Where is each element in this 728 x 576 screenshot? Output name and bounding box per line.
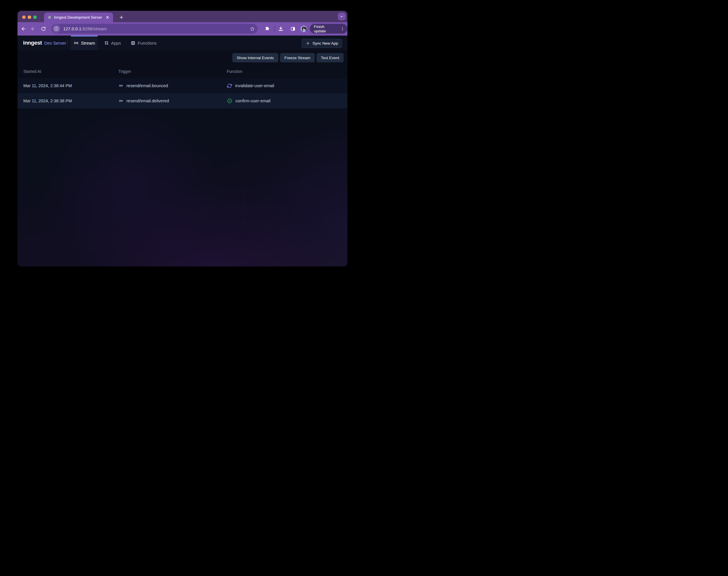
bookmark-star-icon[interactable] xyxy=(250,26,255,31)
window-controls xyxy=(22,16,37,19)
tab-apps[interactable]: Apps xyxy=(102,35,123,50)
minimize-window-button[interactable] xyxy=(28,16,31,19)
trigger-value: resend/email.bounced xyxy=(126,83,168,88)
side-panel-icon[interactable] xyxy=(290,26,295,31)
tab-search-chevron-button[interactable] xyxy=(338,12,346,21)
downloads-icon[interactable] xyxy=(278,26,284,32)
close-window-button[interactable] xyxy=(22,16,26,19)
brand: inngest Dev Server xyxy=(23,35,66,50)
tab-apps-label: Apps xyxy=(111,40,121,46)
event-trigger-icon xyxy=(118,98,123,104)
status-completed-icon xyxy=(227,98,233,104)
site-info-icon[interactable] xyxy=(53,25,60,33)
maximize-window-button[interactable] xyxy=(33,16,37,19)
inngest-favicon-icon xyxy=(48,16,51,19)
inngest-header: inngest Dev Server Stream Apps Functions… xyxy=(18,35,347,50)
stream-actions: Show Internal Events Freeze Stream Test … xyxy=(232,53,344,62)
tab-functions-label: Functions xyxy=(138,40,156,46)
url-host: 127.0.0.1 xyxy=(63,27,81,31)
forward-icon[interactable] xyxy=(29,26,35,32)
tab-functions[interactable]: Functions xyxy=(129,35,158,50)
nav-divider xyxy=(67,39,68,47)
extensions-icon[interactable] xyxy=(265,26,270,31)
plus-icon xyxy=(306,41,310,46)
finish-update-label: Finish update xyxy=(314,25,338,33)
test-event-button[interactable]: Test Event xyxy=(317,53,344,62)
stream-icon xyxy=(74,40,79,46)
back-icon[interactable] xyxy=(21,26,26,32)
new-tab-button[interactable] xyxy=(118,14,125,21)
sync-new-app-button[interactable]: Sync New App xyxy=(302,39,342,48)
dev-server-label: Dev Server xyxy=(44,40,66,46)
freeze-stream-button[interactable]: Freeze Stream xyxy=(280,53,315,62)
show-internal-events-button[interactable]: Show Internal Events xyxy=(232,53,278,62)
finish-update-button[interactable]: Finish update xyxy=(310,24,347,33)
toolbar-separator xyxy=(274,26,275,32)
screen: { "browser": { "tab_title": "Inngest Dev… xyxy=(0,0,364,288)
inngest-logo: inngest xyxy=(23,40,42,46)
url-text: 127.0.0.1:8288/stream xyxy=(63,27,250,31)
table-row[interactable]: Mar 11, 2024, 2:38:44 PM resend/email.bo… xyxy=(18,78,347,93)
started-at-value: Mar 11, 2024, 2:38:38 PM xyxy=(23,98,118,103)
url-bar[interactable]: 127.0.0.1:8288/stream xyxy=(51,24,258,33)
event-stream-table: Started At Trigger Function Mar 11, 2024… xyxy=(18,65,347,109)
browser-tab[interactable]: Inngest Development Server ✕ xyxy=(44,12,113,22)
tab-title: Inngest Development Server xyxy=(54,15,103,20)
apps-icon xyxy=(104,40,109,46)
trigger-value: resend/email.delivered xyxy=(126,98,169,103)
event-trigger-icon xyxy=(118,83,123,88)
column-started-at: Started At xyxy=(23,69,118,74)
tab-strip: Inngest Development Server ✕ xyxy=(18,11,347,22)
function-value: confirm-user-email xyxy=(235,98,270,103)
function-value: invalidate-user-email xyxy=(235,83,274,88)
kebab-menu-icon[interactable] xyxy=(340,27,345,31)
table-header: Started At Trigger Function xyxy=(18,65,347,78)
column-trigger: Trigger xyxy=(118,69,227,74)
sync-new-app-label: Sync New App xyxy=(313,41,338,46)
tab-close-icon[interactable]: ✕ xyxy=(105,15,110,20)
stream-page: Show Internal Events Freeze Stream Test … xyxy=(18,50,347,266)
browser-toolbar: 127.0.0.1:8288/stream Finish update xyxy=(18,22,347,35)
status-running-icon xyxy=(227,83,232,89)
column-function: Function xyxy=(227,69,347,74)
url-path: :8288/stream xyxy=(81,27,107,31)
reload-icon[interactable] xyxy=(41,26,46,31)
browser-window: Inngest Development Server ✕ 127.0.0.1:8… xyxy=(18,11,347,266)
functions-icon xyxy=(130,40,136,46)
tab-stream[interactable]: Stream xyxy=(71,35,98,50)
profile-avatar[interactable] xyxy=(300,26,307,32)
table-row[interactable]: Mar 11, 2024, 2:38:38 PM resend/email.de… xyxy=(18,93,347,109)
tab-stream-label: Stream xyxy=(81,40,95,46)
started-at-value: Mar 11, 2024, 2:38:44 PM xyxy=(23,83,118,88)
